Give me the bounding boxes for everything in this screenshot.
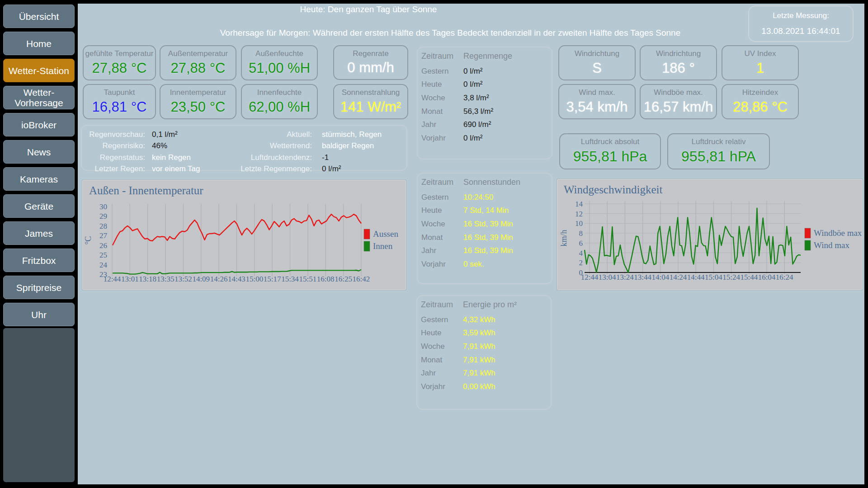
rain-info-row: Letzter Regen: vor einem Tag — [86, 164, 200, 175]
table-row: Heute 0 l/m² — [418, 78, 552, 92]
sidebar-item[interactable]: Home — [3, 32, 75, 55]
svg-text:km/h: km/h — [559, 230, 568, 246]
rain-info-row: Regenstatus: kein Regen — [86, 152, 200, 164]
svg-text:15:17: 15:17 — [264, 275, 281, 283]
tile-rain-rate: Regenrate 0 mm/h — [333, 45, 408, 80]
table-row: Monat 7,91 kWh — [417, 353, 551, 367]
sidebar-item[interactable]: James — [3, 221, 75, 245]
rain-info-panel: Regenvorschau: 0,1 l/m² Regenrisiko: 46%… — [81, 125, 407, 171]
last-measurement-value: 13.08.2021 16:44:01 — [749, 26, 853, 36]
table-row: Vorjahr 0 sek. — [418, 258, 552, 271]
forecast-tomorrow-text: Vorhersage für Morgen: Während der erste… — [220, 28, 681, 38]
svg-text:16:25: 16:25 — [335, 275, 352, 283]
svg-text:25: 25 — [99, 251, 107, 259]
tile-heat-index: Hitzeindex 28,86 °C — [722, 84, 799, 119]
table-row: Heute 7 Std, 14 Min — [418, 204, 552, 218]
table-row: Jahr 16 Std, 39 Min — [418, 244, 552, 258]
tile-gust-max: Windböe max. 16,57 km/h — [640, 84, 717, 119]
svg-text:23: 23 — [99, 270, 107, 279]
sidebar-item[interactable]: Kameras — [3, 167, 75, 191]
sidebar-item[interactable]: Uhr — [3, 303, 75, 326]
table-row: Woche 16 Std, 39 Min — [418, 217, 552, 231]
svg-text:Windgeschwindigkeit: Windgeschwindigkeit — [564, 183, 662, 196]
forecast-today-text: Heute: Den ganzen Tag über Sonne — [300, 5, 437, 14]
svg-text:8: 8 — [579, 229, 583, 238]
tile-pressure-absolute: Luftdruck absolut 955,81 hPa — [559, 133, 661, 169]
rain-info-row: Aktuell: stürmisch, Regen — [240, 129, 382, 141]
sidebar: ÜbersichtHomeWetter-StationWetter- Vorhe… — [0, 0, 78, 488]
svg-text:16:24: 16:24 — [776, 273, 793, 282]
tile-solar-radiation: Sonnenstrahlung 141 W/m² — [333, 84, 408, 119]
svg-text:Wind max: Wind max — [814, 240, 849, 250]
svg-text:15:04: 15:04 — [705, 273, 722, 282]
sidebar-item[interactable]: Wetter-Station — [3, 59, 75, 82]
svg-text:16:08: 16:08 — [317, 275, 335, 283]
rain-info-row: Regenvorschau: 0,1 l/m² — [86, 129, 200, 141]
svg-text:14:24: 14:24 — [670, 273, 687, 282]
sidebar-item[interactable]: News — [3, 140, 75, 164]
rain-info-row: Regenrisiko: 46% — [86, 141, 200, 152]
sidebar-item[interactable]: Geräte — [3, 194, 75, 218]
tile-wind-direction-degrees: Windrichtung 186 ° — [640, 45, 717, 80]
table-row: Heute 3,59 kWh — [417, 327, 551, 340]
rain-info-row: Wettertrend: baldiger Regen — [240, 141, 382, 152]
last-measurement-box: Letzte Messung: 13.08.2021 16:44:01 — [748, 5, 854, 42]
table-row: Gestern 0 l/m² — [418, 65, 552, 78]
svg-text:30: 30 — [99, 202, 107, 211]
rain-amount-table: Zeitraum Regenmenge Gestern 0 l/m² Heute… — [417, 47, 552, 160]
rain-info-row: Luftdrucktendenz: -1 — [240, 152, 382, 164]
svg-text:15:00: 15:00 — [245, 275, 263, 283]
svg-text:16:42: 16:42 — [353, 275, 370, 283]
svg-text:26: 26 — [99, 241, 107, 250]
svg-text:16:04: 16:04 — [758, 273, 776, 282]
table-col-header: Energie pro m² — [463, 300, 517, 310]
table-row: Woche 3,8 l/m² — [418, 91, 552, 105]
rain-info-left-column: Regenvorschau: 0,1 l/m² Regenrisiko: 46%… — [86, 129, 200, 175]
tile-pressure-relative: Luftdruck relativ 955,81 hPA — [667, 133, 770, 169]
svg-text:12: 12 — [575, 210, 583, 218]
wind-speed-chart: 12:4413:0413:2413:4414:0414:2414:4415:04… — [557, 179, 862, 290]
table-row: Woche 7,91 kWh — [417, 340, 551, 353]
svg-text:13:24: 13:24 — [616, 273, 634, 282]
svg-text:14:04: 14:04 — [651, 273, 669, 282]
svg-text:14: 14 — [575, 200, 583, 208]
table-row: Jahr 7,91 kWh — [417, 366, 551, 380]
table-col-header: Sonnenstunden — [463, 178, 520, 187]
svg-text:13:44: 13:44 — [634, 273, 651, 282]
tile-uv-index: UV Index 1 — [722, 45, 799, 80]
svg-text:15:24: 15:24 — [722, 273, 740, 282]
tile-wind-direction-text: Windrichtung S — [558, 45, 636, 80]
table-col-header: Zeitraum — [421, 300, 463, 310]
tile-feels-like-temperature: gefühlte Temperatur 27,88 °C — [83, 45, 156, 80]
tile-wind-max: Wind max. 3,54 km/h — [558, 84, 636, 119]
sidebar-item[interactable]: Wetter- Vorhersage — [3, 86, 75, 109]
svg-text:28: 28 — [99, 222, 107, 230]
svg-text:2: 2 — [579, 258, 583, 267]
tile-outdoor-humidity: Außenfeuchte 51,00 %H — [241, 45, 318, 80]
svg-text:14:26: 14:26 — [210, 275, 228, 283]
svg-text:13:35: 13:35 — [157, 275, 175, 283]
sidebar-item[interactable]: ioBroker — [3, 113, 75, 136]
energy-table: Zeitraum Energie pro m² Gestern 4,32 kWh… — [416, 295, 552, 410]
sun-hours-table: Zeitraum Sonnenstunden Gestern 10:24:50 … — [417, 173, 552, 284]
svg-text:13:04: 13:04 — [599, 273, 616, 282]
table-row: Gestern 10:24:50 — [418, 191, 552, 204]
svg-text:14:09: 14:09 — [192, 275, 210, 283]
svg-text:4: 4 — [579, 249, 583, 258]
table-row: Jahr 690 l/m² — [418, 118, 552, 131]
table-row: Vorjahr 0 l/m² — [418, 131, 552, 145]
sidebar-item[interactable]: Fritzbox — [3, 249, 75, 272]
svg-text:Windböe max: Windböe max — [814, 228, 862, 238]
sidebar-item[interactable]: Spritpreise — [3, 276, 75, 299]
svg-text:0: 0 — [579, 268, 583, 277]
temperature-chart: 12:4413:0113:1813:3513:5214:0914:2614:43… — [83, 180, 406, 290]
table-row: Monat 56,3 l/m² — [418, 105, 552, 118]
tile-indoor-temperature: Innentemperatur 23,50 °C — [160, 84, 236, 119]
sidebar-item[interactable]: Übersicht — [3, 5, 75, 28]
table-row: Monat 16 Std, 39 Min — [418, 231, 552, 244]
svg-text:14:43: 14:43 — [228, 275, 245, 283]
svg-text:Aussen: Aussen — [373, 229, 398, 239]
tile-dew-point: Taupunkt 16,81 °C — [83, 84, 156, 119]
svg-text:12:44: 12:44 — [581, 273, 599, 282]
sidebar-filler — [3, 328, 75, 482]
